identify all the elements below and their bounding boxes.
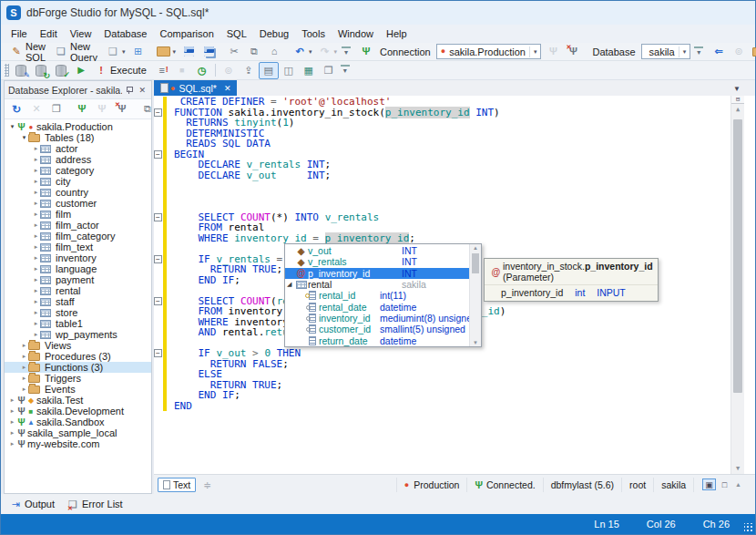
tree-item-payment[interactable]: ▸payment [5, 274, 151, 285]
db-check-button[interactable] [51, 62, 71, 79]
tree-item-sakila-sandbox[interactable]: ▸Ψ▲sakila.Sandbox [5, 417, 151, 427]
expand-arrow-icon[interactable]: ▸ [32, 167, 40, 174]
expand-arrow-icon[interactable]: ▸ [20, 386, 28, 393]
tree-item-triggers[interactable]: ▸Triggers [5, 373, 151, 384]
fold-marker-icon[interactable]: − [154, 150, 162, 159]
tree-item-category[interactable]: ▸category [5, 165, 151, 176]
expand-arrow-icon[interactable]: ▸ [20, 364, 28, 371]
stop-button[interactable] [172, 62, 192, 79]
menu-comparison[interactable]: Comparison [153, 26, 220, 41]
image-button[interactable] [299, 62, 319, 79]
autocomplete-item-return_date[interactable]: return_datedatetime [285, 334, 469, 345]
tree-item-customer[interactable]: ▸customer [5, 198, 151, 209]
popup-scroll-down-icon[interactable]: ▼ [470, 340, 481, 345]
menu-tools[interactable]: Tools [295, 26, 332, 41]
expand-arrow-icon[interactable]: ▸ [32, 211, 40, 218]
tree-item-sakila-development[interactable]: ▸Ψ■sakila.Development [5, 406, 151, 417]
new-connection-button[interactable] [128, 43, 148, 60]
toolbar-overflow-icon[interactable]: ▾ [694, 46, 703, 57]
menu-help[interactable]: Help [380, 26, 414, 41]
tree-item-city[interactable]: ▸city [5, 176, 151, 187]
sync-scroll-icon[interactable]: ≑ [203, 479, 211, 490]
menu-sql[interactable]: SQL [220, 26, 253, 41]
collapse-arrow-icon[interactable]: ▾ [20, 134, 28, 141]
splitter-handle[interactable]: ⊟ [731, 96, 744, 104]
tree-item-table1[interactable]: ▸table1 [5, 318, 151, 329]
expand-arrow-icon[interactable]: ▸ [32, 145, 40, 152]
autocomplete-item-rental_id[interactable]: rental_idint(11) [285, 290, 469, 301]
expand-arrow-icon[interactable]: ▸ [32, 309, 40, 316]
undo-button[interactable]: ▾ [290, 43, 315, 60]
tree-item-inventory[interactable]: ▸inventory [5, 252, 151, 263]
expand-arrow-icon[interactable]: ▸ [32, 331, 40, 338]
folder-cursor-button[interactable] [749, 43, 756, 60]
plug-green-button[interactable] [72, 100, 92, 118]
fold-marker-icon[interactable]: − [154, 349, 162, 357]
tree-item-events[interactable]: ▸Events [5, 384, 151, 395]
tree-item-address[interactable]: ▸address [5, 154, 151, 165]
autocomplete-item-v_rentals[interactable]: ◈v_rentalsINT [285, 256, 469, 267]
sql-editor[interactable]: CREATE DEFINER = 'root'@'localhost'FUNCT… [154, 96, 755, 474]
tree-item-views[interactable]: ▸Views [5, 340, 151, 351]
tree-item-country[interactable]: ▸country [5, 187, 151, 198]
expand-arrow-icon[interactable]: ▸ [32, 276, 40, 283]
plug-redx-button[interactable] [112, 100, 132, 118]
toolbar-overflow-icon[interactable]: ▾ [342, 46, 351, 57]
expand-arrow-icon[interactable]: ▸ [32, 243, 40, 251]
autocomplete-item-customer_id[interactable]: customer_idsmallint(5) unsigned [285, 324, 469, 334]
execute-button[interactable]: Execute [91, 62, 152, 79]
tree-item-functions-3-[interactable]: ▸Functions (3) [5, 362, 151, 373]
expand-arrow-icon[interactable]: ▸ [8, 396, 16, 404]
scroll-down-icon[interactable]: ▼ [731, 463, 744, 474]
expand-arrow-icon[interactable]: ▸ [32, 178, 40, 185]
menu-debug[interactable]: Debug [253, 26, 295, 41]
tree-item-staff[interactable]: ▸staff [5, 296, 151, 307]
tree-item-sakila-production[interactable]: ▾Ψ●sakila.Production [5, 121, 151, 132]
autocomplete-item-p_inventory_id[interactable]: @p_inventory_idINT [285, 268, 469, 279]
open-file-button[interactable]: ▾ [154, 43, 179, 60]
doc-import-button[interactable] [259, 62, 279, 79]
expand-arrow-icon[interactable]: ▸ [32, 254, 40, 262]
view-split-icon[interactable]: □ [718, 478, 731, 490]
expand-arrow-icon[interactable]: ▸ [32, 320, 40, 327]
expand-arrow-icon[interactable]: ▸ [32, 221, 40, 229]
export-doc-button[interactable] [239, 62, 259, 79]
save-button[interactable] [179, 43, 199, 60]
autocomplete-item-rental_date[interactable]: rental_datedatetime [285, 301, 469, 312]
db-edit-button[interactable] [11, 62, 31, 79]
save-all-button[interactable] [199, 43, 219, 60]
expand-arrow-icon[interactable]: ▸ [32, 287, 40, 294]
expand-arrow-icon[interactable]: ▸ [8, 418, 16, 426]
pin-icon[interactable] [126, 87, 133, 94]
refresh-button[interactable] [6, 100, 26, 118]
resize-grip[interactable] [744, 523, 753, 532]
close-icon[interactable]: ✕ [137, 86, 148, 95]
expand-arrow-icon[interactable]: ▸ [32, 189, 40, 196]
tree-item-my-website-com[interactable]: ▸Ψmy-website.com [5, 438, 151, 449]
run-button[interactable] [71, 62, 91, 79]
connect-button[interactable] [543, 43, 563, 60]
new-window-button[interactable] [319, 62, 339, 79]
collapse-arrow-icon[interactable]: ▾ [8, 123, 16, 130]
fold-marker-icon[interactable]: − [154, 297, 162, 305]
back-button[interactable] [709, 43, 729, 60]
text-view-toggle[interactable]: Text [158, 478, 196, 492]
expand-arrow-icon[interactable]: ▸ [32, 200, 40, 207]
expand-arrow-icon[interactable]: ▸ [20, 342, 28, 349]
tree-item-rental[interactable]: ▸rental [5, 285, 151, 296]
paste-button[interactable] [264, 43, 284, 60]
collapse-icon[interactable]: ▲ [735, 481, 741, 488]
menu-window[interactable]: Window [332, 26, 380, 41]
tree-item-language[interactable]: ▸language [5, 263, 151, 274]
editor-vertical-scrollbar[interactable]: ⊟ ▲ ▼ [730, 96, 744, 474]
cut-button[interactable] [224, 43, 244, 60]
expand-arrow-icon[interactable]: ▸ [32, 156, 40, 163]
tree-item-procedures-3-[interactable]: ▸Procedures (3) [5, 351, 151, 362]
fold-marker-icon[interactable]: − [154, 108, 162, 117]
plug-gray-button[interactable] [92, 100, 112, 118]
layout-grid-button[interactable] [279, 62, 299, 79]
fold-marker-icon[interactable]: − [154, 255, 162, 263]
tree-item-actor[interactable]: ▸actor [5, 143, 151, 154]
tab-overflow-icon[interactable]: ▼ [733, 85, 741, 93]
new-document-button[interactable]: ▾ [103, 43, 128, 60]
